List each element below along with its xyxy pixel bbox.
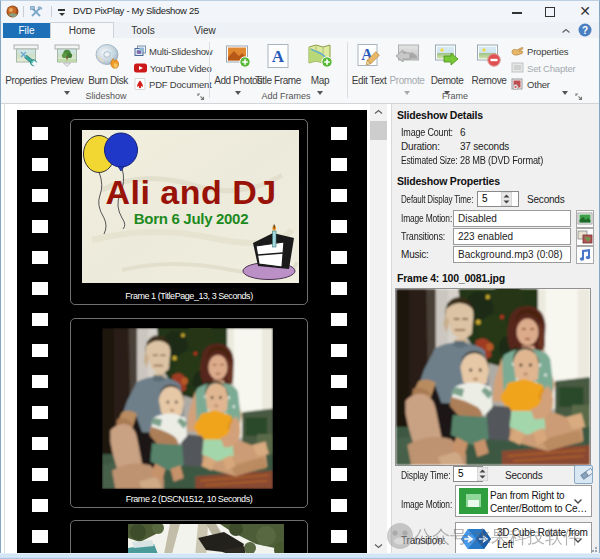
- svg-text:Ali and DJ: Ali and DJ: [105, 173, 276, 211]
- svg-text:?: ?: [582, 25, 588, 36]
- svg-text:A: A: [272, 47, 285, 66]
- svg-text:Born 6 July 2002: Born 6 July 2002: [134, 210, 248, 227]
